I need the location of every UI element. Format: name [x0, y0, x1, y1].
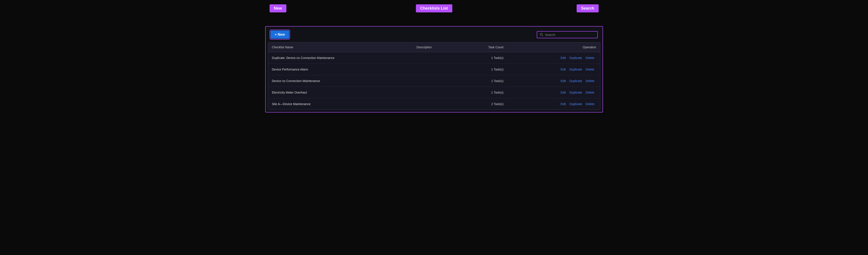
cell-description [412, 64, 460, 75]
cell-name: Electricity Meter Overhaul [268, 87, 413, 98]
op-delete-button[interactable]: Delete [584, 56, 596, 60]
col-header-name: Checklist Name [268, 42, 413, 52]
toolbar: + New [268, 29, 600, 40]
cell-task-count: 2 Task(s) [460, 98, 507, 110]
cell-task-count: 1 Task(s) [460, 75, 507, 87]
svg-line-1 [542, 35, 543, 36]
op-duplicate-button[interactable]: Duplicate [568, 56, 584, 60]
op-duplicate-button[interactable]: Duplicate [568, 79, 584, 83]
op-duplicate-button[interactable]: Duplicate [568, 67, 584, 72]
col-header-description: Description [412, 42, 460, 52]
cell-name: Duplicate: Device no Connection Maintena… [268, 52, 413, 64]
table-row: Electricity Meter Overhaul1 Task(s)EditD… [268, 87, 600, 98]
table-header-row: Checklist Name Description Task Count Op… [268, 42, 600, 52]
checklists-table: Checklist Name Description Task Count Op… [268, 42, 600, 110]
cell-description [412, 75, 460, 87]
op-edit-button[interactable]: Edit [559, 79, 568, 83]
main-content: + New Checklist Name Description Task Co… [265, 26, 603, 112]
annotation-title: Checklists List [416, 4, 452, 12]
op-delete-button[interactable]: Delete [584, 90, 596, 95]
cell-task-count: 1 Task(s) [460, 64, 507, 75]
col-header-task-count: Task Count [460, 42, 507, 52]
cell-operations: EditDuplicateDelete [507, 98, 600, 110]
table-row: Device Performance Alarm1 Task(s)EditDup… [268, 64, 600, 75]
search-input[interactable] [545, 33, 595, 37]
table-container: Checklist Name Description Task Count Op… [268, 42, 600, 110]
table-row: Device no Connection Maintenance1 Task(s… [268, 75, 600, 87]
op-edit-button[interactable]: Edit [559, 102, 568, 106]
cell-name: Site A—Device Maintenance [268, 98, 413, 110]
cell-operations: EditDuplicateDelete [507, 52, 600, 64]
table-row: Duplicate: Device no Connection Maintena… [268, 52, 600, 64]
search-icon [540, 33, 543, 36]
op-delete-button[interactable]: Delete [584, 102, 596, 106]
op-delete-button[interactable]: Delete [584, 67, 596, 72]
op-edit-button[interactable]: Edit [559, 67, 568, 72]
cell-task-count: 1 Task(s) [460, 52, 507, 64]
annotation-search: Search [577, 4, 598, 12]
page-wrapper: New Checklists List Search + New Checkli… [265, 4, 603, 112]
op-duplicate-button[interactable]: Duplicate [568, 90, 584, 95]
cell-operations: EditDuplicateDelete [507, 75, 600, 87]
search-container [537, 31, 598, 38]
new-button[interactable]: + New [271, 31, 289, 39]
op-duplicate-button[interactable]: Duplicate [568, 102, 584, 106]
table-row: Site A—Device Maintenance2 Task(s)EditDu… [268, 98, 600, 110]
op-edit-button[interactable]: Edit [559, 56, 568, 60]
annotation-new: New [270, 4, 286, 12]
cell-operations: EditDuplicateDelete [507, 64, 600, 75]
cell-task-count: 1 Task(s) [460, 87, 507, 98]
col-header-operation: Operation [507, 42, 600, 52]
cell-description [412, 52, 460, 64]
op-delete-button[interactable]: Delete [584, 79, 596, 83]
cell-name: Device no Connection Maintenance [268, 75, 413, 87]
cell-description [412, 87, 460, 98]
cell-description [412, 98, 460, 110]
cell-operations: EditDuplicateDelete [507, 87, 600, 98]
op-edit-button[interactable]: Edit [559, 90, 568, 95]
cell-name: Device Performance Alarm [268, 64, 413, 75]
